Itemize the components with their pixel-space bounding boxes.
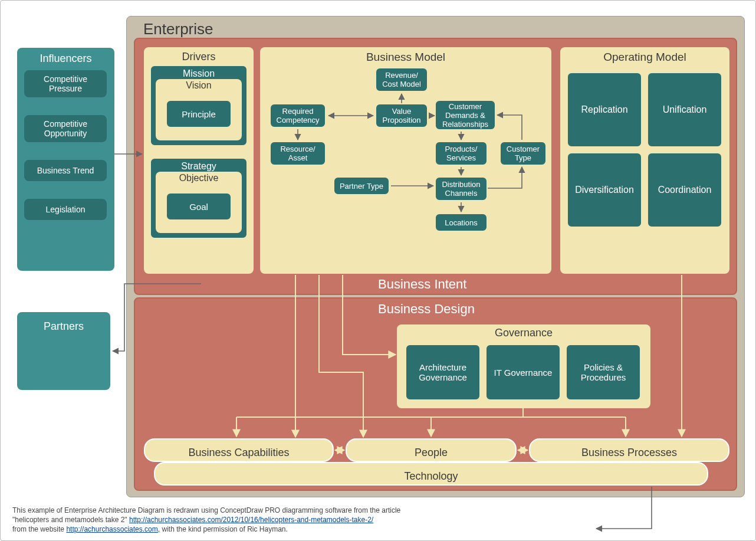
om-2: Diversification	[567, 152, 642, 228]
vision-label: Vision	[156, 80, 242, 91]
processes-box: Business Processes	[529, 438, 729, 462]
goal-box: Goal	[166, 192, 232, 221]
gov-0: Architecture Governance	[405, 344, 481, 401]
influencer-item-3: Legislation	[24, 199, 107, 220]
influencer-item-2: Business Trend	[24, 160, 107, 181]
bm-locations: Locations	[435, 213, 488, 232]
business-design-label: Business Design	[378, 301, 475, 317]
partners-box: Partners	[17, 312, 110, 390]
bm-revenue: Revenue/ Cost Model	[375, 67, 428, 92]
bm-value: Value Proposition	[375, 103, 428, 128]
om-0: Replication	[567, 72, 642, 147]
capabilities-box: Business Capabilities	[144, 438, 334, 462]
diagram-page: Enterprise Influencers Competitive Press…	[0, 0, 756, 541]
influencer-item-1: Competitive Opportunity	[24, 115, 107, 142]
enterprise-title: Enterprise	[143, 20, 213, 38]
footer-line3: from the website http://achurchassociate…	[12, 525, 288, 533]
bm-partner-type: Partner Type	[333, 176, 390, 195]
bm-ctype: Customer Type	[499, 141, 547, 166]
objective-label: Objective	[156, 173, 242, 183]
partners-label: Partners	[44, 320, 84, 333]
om-3: Coordination	[647, 152, 722, 228]
bm-required: Required Competency	[269, 103, 326, 128]
influencer-item-0: Competitive Pressure	[24, 70, 107, 97]
technology-box: Technology	[154, 462, 708, 486]
influencers-panel: Influencers Competitive Pressure Competi…	[17, 48, 114, 271]
strategy-label: Strategy	[151, 161, 246, 172]
footer-line2: "helicopters and metamodels take 2" http…	[12, 516, 373, 524]
footer-link1[interactable]: http://achurchassociates.com/2012/10/16/…	[129, 516, 373, 524]
mission-label: Mission	[151, 68, 246, 79]
governance-title: Governance	[397, 327, 650, 339]
influencers-title: Influencers	[17, 53, 114, 65]
gov-1: IT Governance	[485, 344, 561, 401]
drivers-title: Drivers	[144, 51, 254, 63]
principle-box: Principle	[166, 100, 232, 128]
business-intent-label: Business Intent	[378, 277, 466, 292]
footer-line1: This example of Enterprise Architecture …	[12, 506, 400, 514]
people-box: People	[346, 438, 517, 462]
gov-2: Policies & Procedures	[566, 344, 641, 401]
om-1: Unification	[647, 72, 722, 147]
bm-demands: Customer Demands & Relationships	[435, 100, 496, 130]
bm-resource: Resource/ Asset	[269, 141, 326, 166]
bm-products: Products/ Services	[435, 141, 488, 166]
operating-model-title: Operating Model	[560, 51, 729, 64]
footer-link2[interactable]: http://achurchassociates.com,	[66, 525, 160, 533]
business-model-title: Business Model	[260, 51, 551, 64]
bm-dist: Distribution Channels	[435, 176, 488, 201]
